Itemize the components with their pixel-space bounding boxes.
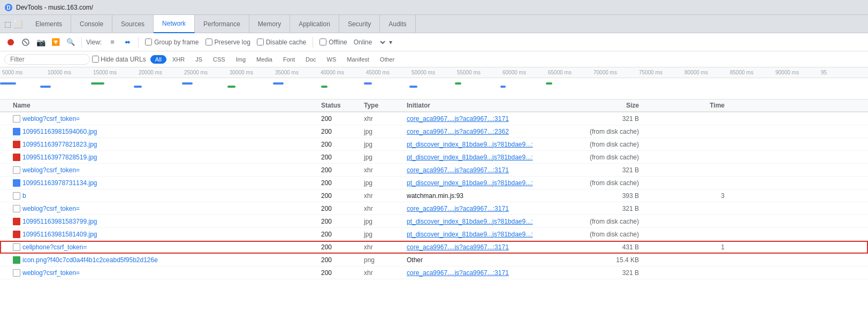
initiator-link[interactable]: core_aca9967....js?aca9967...:3171 (407, 166, 509, 174)
initiator-link[interactable]: pt_discover_index_81bdae9...js?81bdae9..… (407, 231, 533, 238)
col-header-time[interactable]: Time (648, 102, 733, 109)
table-row[interactable]: weblog?csrf_token= 200 xhr core_aca9967.… (0, 202, 868, 215)
table-row[interactable]: 109951163977821823.jpg 200 jpg pt_discov… (0, 138, 868, 151)
filter-input[interactable] (4, 54, 90, 65)
row-status: 200 (321, 256, 364, 264)
timeline: 5000 ms 10000 ms 15000 ms 20000 ms 25000… (0, 67, 868, 100)
col-header-status[interactable]: Status (321, 102, 364, 109)
filter-doc[interactable]: Doc (301, 55, 321, 64)
network-throttle-select[interactable]: Online Fast 3G Slow 3G ▾ (352, 38, 392, 47)
table-row[interactable]: weblog?csrf_token= 200 xhr core_aca9967.… (0, 266, 868, 279)
table-row[interactable]: 109951163981583799.jpg 200 jpg pt_discov… (0, 215, 868, 228)
table-row[interactable]: 109951163977828519.jpg 200 jpg pt_discov… (0, 151, 868, 164)
initiator-link[interactable]: pt_discover_index_81bdae9...js?81bdae9..… (407, 141, 533, 148)
col-header-initiator[interactable]: Initiator (407, 102, 562, 109)
table-row[interactable]: weblog?csrf_token= 200 xhr core_aca9967.… (0, 164, 868, 177)
tick-18: 90000 ms (773, 70, 819, 75)
group-by-frame-checkbox[interactable]: Group by frame (145, 39, 199, 46)
tab-audits[interactable]: Audits (380, 15, 415, 33)
filter-xhr[interactable]: XHR (167, 55, 189, 64)
initiator-text: watchman.min.js:93 (407, 192, 463, 200)
record-button[interactable] (4, 36, 17, 49)
table-row[interactable]: 109951163981594060.jpg 200 jpg core_aca9… (0, 125, 868, 138)
filter-button[interactable]: 🔽 (49, 36, 62, 49)
row-type-icon (13, 269, 20, 277)
row-status: 200 (321, 179, 364, 187)
table-row[interactable]: weblog?csrf_token= 200 xhr core_aca9967.… (0, 112, 868, 125)
table-row[interactable]: icon.png?f40c7cd0a4f4b1c2ceabd5f95b2d126… (0, 254, 868, 266)
initiator-link[interactable]: core_aca9967....js?aca9967...:2362 (407, 128, 509, 135)
main-content: 5000 ms 10000 ms 15000 ms 20000 ms 25000… (0, 67, 868, 313)
filter-other[interactable]: Other (375, 55, 400, 64)
row-type-icon (13, 243, 20, 251)
col-header-name[interactable]: Name (0, 102, 321, 109)
tab-security[interactable]: Security (339, 15, 380, 33)
list-view-btn[interactable]: ≡ (106, 36, 119, 49)
row-type-icon (13, 218, 20, 225)
row-type-icon (13, 154, 20, 161)
tick-2: 10000 ms (45, 70, 91, 75)
row-status: 200 (321, 115, 364, 123)
tick-12: 60000 ms (500, 70, 546, 75)
tick-3: 15000 ms (91, 70, 136, 75)
toolbar: 📷 🔽 🔍 View: ≡ ⬌ Group by frame Preserve … (0, 33, 868, 51)
row-type: png (364, 256, 407, 264)
filter-ws[interactable]: WS (322, 55, 341, 64)
table-scroll[interactable]: weblog?csrf_token= 200 xhr core_aca9967.… (0, 112, 868, 279)
filter-all[interactable]: All (150, 55, 166, 64)
camera-button[interactable]: 📷 (34, 36, 47, 49)
tab-sources[interactable]: Sources (112, 15, 154, 33)
timeline-bar-9 (364, 82, 372, 85)
filter-types: All XHR JS CSS Img Media Font Doc WS Man… (150, 55, 400, 64)
inspect-icon[interactable]: ⬚ (4, 20, 11, 28)
row-status: 200 (321, 166, 364, 174)
row-type-icon (13, 128, 20, 135)
tick-7: 35000 ms (273, 70, 318, 75)
tick-9: 45000 ms (364, 70, 409, 75)
table-row[interactable]: 109951163978731134.jpg 200 jpg pt_discov… (0, 177, 868, 189)
tab-performance[interactable]: Performance (195, 15, 249, 33)
tab-memory[interactable]: Memory (249, 15, 290, 33)
disable-cache-checkbox[interactable]: Disable cache (257, 39, 306, 46)
row-size: (from disk cache) (562, 218, 648, 225)
table-row[interactable]: b 200 xhr watchman.min.js:93 393 B 3 (0, 189, 868, 202)
tab-application[interactable]: Application (290, 15, 339, 33)
initiator-link[interactable]: pt_discover_index_81bdae9...js?81bdae9..… (407, 179, 533, 187)
offline-checkbox[interactable]: Offline (319, 39, 347, 46)
initiator-link[interactable]: core_aca9967....js?aca9967...:3171 (407, 205, 509, 212)
initiator-link[interactable]: core_aca9967....js?aca9967...:3171 (407, 115, 509, 123)
device-icon[interactable]: ⬜ (13, 20, 22, 28)
initiator-link[interactable]: pt_discover_index_81bdae9...js?81bdae9..… (407, 218, 533, 225)
filter-img[interactable]: Img (231, 55, 250, 64)
clear-button[interactable] (19, 36, 32, 49)
initiator-link[interactable]: core_aca9967....js?aca9967...:3171 (407, 269, 509, 277)
row-status: 200 (321, 141, 364, 148)
col-header-size[interactable]: Size (562, 102, 648, 109)
initiator-link[interactable]: core_aca9967....js?aca9967...:3171 (407, 243, 509, 251)
timeline-bar-11 (455, 82, 461, 85)
row-name-cell: icon.png?f40c7cd0a4f4b1c2ceabd5f95b2d126… (0, 256, 321, 264)
search-button[interactable]: 🔍 (64, 36, 77, 49)
table-row[interactable]: cellphone?csrf_token= 200 xhr core_aca99… (0, 241, 868, 254)
preserve-log-checkbox[interactable]: Preserve log (205, 39, 250, 46)
filter-media[interactable]: Media (252, 55, 277, 64)
filter-js[interactable]: JS (191, 55, 207, 64)
waterfall-view-btn[interactable]: ⬌ (121, 36, 134, 49)
filter-css[interactable]: CSS (208, 55, 230, 64)
tab-elements[interactable]: Elements (27, 15, 71, 33)
row-name: icon.png?f40c7cd0a4f4b1c2ceabd5f95b2d126… (22, 256, 158, 264)
row-name-cell: weblog?csrf_token= (0, 115, 321, 123)
timeline-bar-7 (273, 82, 284, 85)
row-size: (from disk cache) (562, 231, 648, 238)
filter-font[interactable]: Font (278, 55, 300, 64)
filter-manifest[interactable]: Manifest (342, 55, 374, 64)
tab-console[interactable]: Console (71, 15, 112, 33)
col-header-type[interactable]: Type (364, 102, 407, 109)
row-name: 109951163977821823.jpg (22, 141, 97, 148)
table-row[interactable]: 109951163981581409.jpg 200 jpg pt_discov… (0, 228, 868, 241)
hide-data-urls-checkbox[interactable]: Hide data URLs (92, 56, 146, 63)
row-time: 1 (648, 243, 733, 251)
initiator-link[interactable]: pt_discover_index_81bdae9...js?81bdae9..… (407, 154, 533, 161)
tick-15: 75000 ms (637, 70, 682, 75)
tab-network[interactable]: Network (154, 15, 195, 33)
